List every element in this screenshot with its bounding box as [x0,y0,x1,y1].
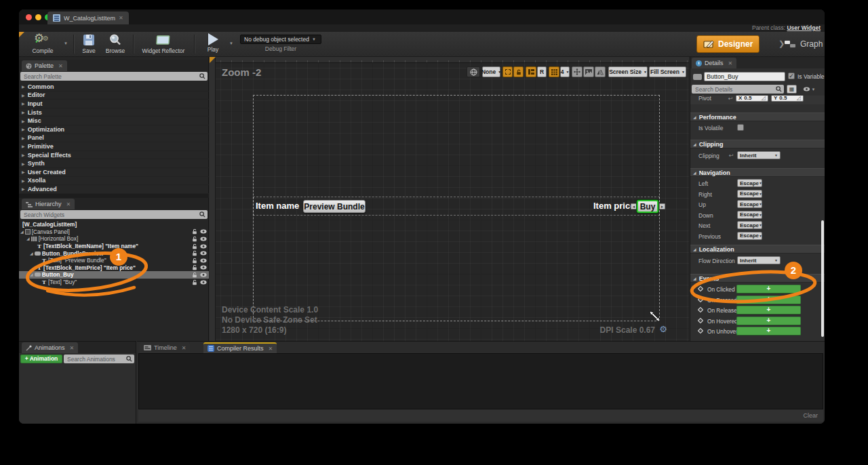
add-event-button[interactable]: + [736,285,801,294]
preview-bundle-button-widget[interactable]: Preview Bundle [303,200,366,213]
palette-category[interactable]: ▶ Advanced [19,185,209,194]
close-icon[interactable]: ✕ [66,201,71,207]
buy-button-widget-selected[interactable]: Buy [637,200,658,213]
palette-category[interactable]: ▶ Common [19,83,209,92]
lock-icon[interactable] [192,250,197,256]
eye-icon[interactable] [200,280,207,285]
browse-button[interactable]: Browse [102,33,129,56]
flow-direction-button[interactable]: None ▼ [482,66,500,77]
lock-icon[interactable] [192,236,197,242]
section-clipping[interactable]: ◢ Clipping [690,140,825,148]
expand-arrow-icon[interactable]: ◢ [30,272,33,277]
flow-direction-dropdown[interactable]: Inherit ▼ [737,256,781,264]
animations-search[interactable] [64,355,134,363]
hierarchy-row[interactable]: [Text] "Preview Bundle" [19,257,209,264]
palette-category[interactable]: ▶ Misc [19,117,209,125]
expand-arrow-icon[interactable]: ▶ [22,144,25,148]
palette-search[interactable] [20,72,208,81]
close-icon[interactable]: ✕ [58,63,63,69]
add-animation-button[interactable]: + Animation [20,355,62,363]
is-volatile-checkbox[interactable] [737,124,744,131]
compile-button[interactable]: ⚙ ⚙ ✓ Compile [23,33,62,56]
debug-object-dropdown[interactable]: No debug object selected ▼ [240,35,321,44]
tab-hierarchy[interactable]: Hierarchy ✕ [22,199,75,209]
add-event-button[interactable]: + [736,317,801,325]
navigation-escape-dropdown[interactable]: Escape ▼ [737,232,762,240]
pivot-y-field[interactable]: Y 0.5 ◿ [771,96,804,102]
navigation-escape-dropdown[interactable]: Escape ▼ [737,221,762,229]
close-icon[interactable]: ✕ [728,60,733,66]
expand-arrow-icon[interactable]: ▶ [22,153,25,157]
close-icon[interactable]: ✕ [182,345,186,351]
section-localization[interactable]: ◢ Localization [690,245,825,254]
hierarchy-row[interactable]: ◢ [Canvas Panel] [19,228,209,236]
expand-arrow-icon[interactable]: ◢ [30,251,33,256]
hierarchy-row[interactable]: ◢ Button_BundlePreview [19,249,209,257]
transform-mode-button[interactable] [572,66,583,77]
play-options-caret[interactable]: ▼ [229,41,233,45]
hierarchy-row[interactable]: ◢ Button_Buy [19,271,209,279]
expand-arrow-icon[interactable]: ▶ [22,186,25,191]
add-event-button[interactable]: + [736,296,801,304]
mirror-preview-button[interactable] [595,66,606,77]
lock-icon[interactable] [192,258,197,264]
eye-icon[interactable] [200,265,207,270]
fill-screen-dropdown[interactable]: Fill Screen ▼ [649,66,686,77]
lock-icon[interactable] [192,264,197,270]
lock-icon[interactable] [192,243,197,249]
hierarchy-search[interactable] [20,210,208,219]
resize-handle-right[interactable]: ▸ [659,203,665,209]
expand-arrow-icon[interactable]: ▶ [22,169,25,174]
expand-arrow-icon[interactable]: ▶ [22,93,25,98]
expand-arrow-icon[interactable]: ▶ [22,101,25,106]
palette-category[interactable]: ▶ Primitive [19,142,209,151]
add-event-button[interactable]: + [736,327,801,336]
palette-category[interactable]: ▶ Xsolla [19,177,209,186]
hierarchy-row[interactable]: [TextBlock_ItemName] "Item name" [19,243,209,250]
resize-handle-left[interactable]: ◂ [631,203,637,209]
add-event-button[interactable]: + [736,306,801,315]
close-window-button[interactable] [26,14,32,20]
palette-category[interactable]: ▶ Special Effects [19,151,209,160]
item-name-text-widget[interactable]: Item name [256,201,299,211]
details-search[interactable] [692,85,784,94]
reset-icon[interactable]: ↩ [729,153,734,159]
preview-background-button[interactable] [583,66,594,77]
palette-category[interactable]: ▶ Lists [19,108,209,117]
grid-size-button[interactable]: 4 ▼ [560,66,570,77]
expand-arrow-icon[interactable]: ▶ [22,110,25,115]
property-matrix-icon[interactable]: ▦ [787,85,797,94]
designer-mode-button[interactable]: Designer [696,35,760,53]
expand-arrow-icon[interactable]: ▶ [22,178,25,183]
expand-arrow-icon[interactable]: ▶ [22,127,25,132]
item-price-text-widget[interactable]: Item price [593,201,635,211]
respect-locks-button[interactable]: R [537,66,547,77]
outline-toggle-button[interactable] [502,66,513,77]
details-search-input[interactable] [694,85,776,94]
palette-search-input[interactable] [22,73,199,81]
dpi-settings-gear-icon[interactable]: ⚙ [659,324,667,334]
screen-size-dropdown[interactable]: Screen Size ▼ [608,66,648,77]
section-performance[interactable]: ◢ Performance [690,113,825,121]
clear-button[interactable]: Clear [803,412,818,419]
palette-category[interactable]: ▶ User Created [19,168,209,177]
tab-timeline[interactable]: Timeline ✕ [140,342,190,353]
navigation-escape-dropdown[interactable]: Escape ▼ [737,200,762,208]
expand-arrow-icon[interactable]: ▶ [22,119,25,123]
tab-compiler-results[interactable]: Compiler Results ✕ [203,342,277,353]
tab-details[interactable]: i Details ✕ [692,58,736,68]
animations-search-input[interactable] [66,355,126,363]
lock-icon[interactable] [192,279,197,285]
hierarchy-row[interactable]: [TextBlock_ItemPrice] "Item price" [19,264,209,272]
widget-name-input[interactable] [704,72,785,81]
clipping-dropdown[interactable]: Inherit ▼ [737,151,781,159]
play-button[interactable]: Play [201,33,225,56]
section-events[interactable]: ◢ Events [690,274,825,283]
eye-icon[interactable] [200,244,207,249]
hierarchy-row[interactable]: [Text] "Buy" [19,279,209,286]
eye-icon[interactable] [200,272,207,277]
navigation-escape-dropdown[interactable]: Escape ▼ [737,179,762,187]
close-icon[interactable]: ✕ [70,345,75,351]
hierarchy-row[interactable]: [W_CatalogListItem] [19,221,209,228]
reset-icon[interactable]: ↩ [728,96,733,102]
